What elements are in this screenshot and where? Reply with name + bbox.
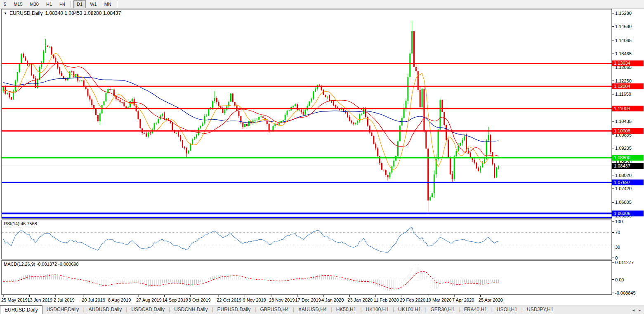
svg-text:1.08437: 1.08437: [614, 163, 630, 168]
tab-eurusd-daily[interactable]: EURUSD,Daily: [213, 305, 255, 314]
timeframe-button-5[interactable]: 5: [0, 0, 9, 8]
svg-text:25 May 2019: 25 May 2019: [1, 297, 28, 302]
price-axis[interactable]: 1.152801.146801.140651.134651.128651.122…: [612, 11, 636, 295]
svg-text:30: 30: [615, 245, 620, 250]
svg-text:1.08800: 1.08800: [614, 155, 630, 160]
svg-text:1.12250: 1.12250: [615, 78, 632, 83]
svg-text:1.06306: 1.06306: [614, 211, 630, 216]
svg-text:17 Dec 2019: 17 Dec 2019: [295, 297, 321, 302]
tab-usdcnh-daily[interactable]: USDCNH,Daily: [170, 305, 212, 314]
svg-text:1.14065: 1.14065: [615, 38, 632, 43]
toolbar-separator: [71, 1, 71, 7]
toolbar-separator: [117, 1, 118, 7]
tab-fra40-h1[interactable]: FRA40,H1: [460, 305, 491, 314]
svg-text:1.09235: 1.09235: [615, 146, 632, 151]
svg-text:27 Aug 2019: 27 Aug 2019: [136, 297, 162, 302]
timeframe-button-h4[interactable]: H4: [56, 0, 68, 8]
tab-usdjpy-h1[interactable]: USDJPY,H1: [523, 305, 557, 314]
svg-text:1.15280: 1.15280: [615, 11, 632, 16]
svg-text:1.13034: 1.13034: [614, 61, 630, 66]
svg-text:29 Feb 2020: 29 Feb 2020: [400, 297, 425, 302]
svg-text:25 Apr 2020: 25 Apr 2020: [479, 297, 503, 302]
svg-text:28 Nov 2019: 28 Nov 2019: [269, 297, 295, 302]
svg-text:100: 100: [615, 219, 623, 224]
tab-eurusd-daily[interactable]: EURUSD,Daily: [0, 305, 42, 314]
svg-text:7 Apr 2020: 7 Apr 2020: [452, 297, 474, 302]
tab-xauusd-h4[interactable]: XAUUSD,H4: [294, 305, 331, 314]
tab-uk100-h1[interactable]: UK100,H1: [362, 305, 393, 314]
tab-usdcad-daily[interactable]: USDCAD,Daily: [127, 305, 169, 314]
svg-text:14 Sep 2019: 14 Sep 2019: [162, 297, 188, 302]
svg-text:4 Jan 2020: 4 Jan 2020: [321, 297, 344, 302]
svg-text:0.011277: 0.011277: [615, 260, 634, 265]
candles: [3, 21, 499, 212]
chart-ohlc-title: ▼ EURUSD,Daily 1.08340 1.08453 1.08280 1…: [4, 10, 121, 16]
svg-text:1.12004: 1.12004: [614, 84, 630, 89]
tab-audusd-daily[interactable]: AUDUSD,Daily: [85, 305, 126, 314]
chart-canvas[interactable]: 1.152801.146801.140651.134651.128651.122…: [0, 0, 644, 314]
tab-uk100-h1[interactable]: UK100,H1: [394, 305, 425, 314]
svg-text:1.07420: 1.07420: [615, 186, 632, 191]
svg-text:70: 70: [615, 230, 620, 235]
tab-usoil-h1[interactable]: USOil,H1: [493, 305, 521, 314]
svg-text:20 Jul 2019: 20 Jul 2019: [82, 297, 105, 302]
svg-text:19 Mar 2020: 19 Mar 2020: [426, 297, 452, 302]
svg-text:1.11009: 1.11009: [614, 106, 630, 111]
price-axis-tags: 1.130341.120041.110091.100081.088001.076…: [612, 60, 644, 216]
tab-scroll-controls: ◂▸: [632, 305, 644, 314]
tab-ger30-h1[interactable]: GER30,H1: [427, 305, 459, 314]
panel-borders: [2, 9, 612, 295]
timeframe-button-mn[interactable]: MN: [101, 0, 115, 8]
svg-text:23 Jan 2020: 23 Jan 2020: [347, 297, 373, 302]
svg-text:22 Oct 2019: 22 Oct 2019: [217, 297, 241, 302]
timeframe-button-d1[interactable]: D1: [73, 0, 86, 8]
svg-text:2 Jul 2019: 2 Jul 2019: [54, 297, 75, 302]
timeframe-button-w1[interactable]: W1: [87, 0, 100, 8]
chart-tab-bar: EURUSD,DailyUSDCHF,Daily|AUDUSD,Daily|US…: [0, 305, 644, 314]
svg-text:1.10435: 1.10435: [615, 119, 632, 124]
svg-text:3 Oct 2019: 3 Oct 2019: [189, 297, 211, 302]
svg-text:8 Aug 2019: 8 Aug 2019: [108, 297, 131, 302]
chart-symbol-period: EURUSD,Daily: [9, 10, 43, 16]
svg-text:11 Feb 2020: 11 Feb 2020: [374, 297, 399, 302]
date-axis[interactable]: 25 May 201913 Jun 20192 Jul 201920 Jul 2…: [1, 295, 503, 302]
svg-text:-0.008845: -0.008845: [615, 290, 636, 295]
trading-app-window: 1.152801.146801.140651.134651.128651.122…: [0, 0, 644, 314]
tab-gbpusd-h4[interactable]: GBPUSD,H4: [256, 305, 293, 314]
svg-text:9 Nov 2019: 9 Nov 2019: [243, 297, 266, 302]
svg-text:1.10008: 1.10008: [614, 128, 630, 133]
macd-indicator-label: MACD(12,26,9) -0.001372 -0.000698: [4, 262, 79, 267]
chart-ohlc-values: 1.08340 1.08453 1.08280 1.08437: [45, 10, 121, 16]
macd-panel: [3, 266, 499, 291]
svg-text:1.11650: 1.11650: [615, 92, 631, 97]
timeframe-button-h1[interactable]: H1: [43, 0, 55, 8]
svg-text:1.07697: 1.07697: [614, 180, 630, 185]
svg-text:1.08020: 1.08020: [615, 173, 632, 178]
tab-hk50-h1[interactable]: HK50,H1: [332, 305, 361, 314]
timeframe-button-m30[interactable]: M30: [27, 0, 42, 8]
symbol-dropdown-icon[interactable]: ▼: [4, 12, 7, 15]
svg-text:0.00: 0.00: [615, 277, 624, 282]
tabs-scroll-right-icon[interactable]: ▸: [639, 308, 641, 312]
svg-text:1.06805: 1.06805: [615, 200, 632, 205]
timeframe-button-m15[interactable]: M15: [10, 0, 26, 8]
svg-text:1.13465: 1.13465: [615, 51, 632, 56]
rsi-panel: [2, 227, 612, 253]
horizontal-levels[interactable]: [2, 63, 612, 217]
tabs-scroll-left-icon[interactable]: ◂: [632, 308, 635, 312]
svg-text:13 Jun 2019: 13 Jun 2019: [27, 297, 52, 302]
rsi-indicator-label: RSI(14) 46.7568: [4, 221, 37, 226]
tab-usdchf-daily[interactable]: USDCHF,Daily: [42, 305, 83, 314]
svg-text:1.14680: 1.14680: [615, 24, 632, 29]
timeframe-toolbar: 5M15M30H1H4D1W1MN: [0, 0, 644, 9]
